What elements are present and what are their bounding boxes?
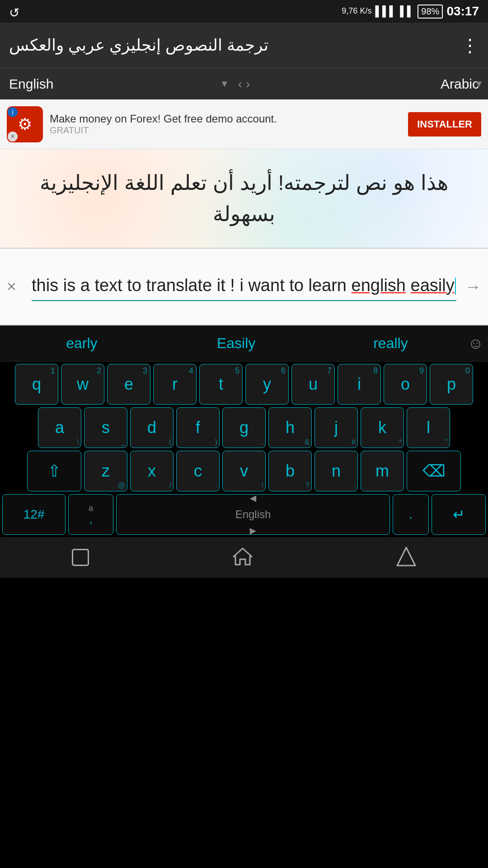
suggestion-easily[interactable]: Easily: [159, 335, 314, 352]
key-row-4: 12# a, ◄ English ► . ↵: [2, 494, 486, 535]
key-p[interactable]: 0p: [430, 364, 473, 405]
key-row-1: 1q 2w 3e 4r 5t 6y 7u 8i 9o 0p: [2, 364, 486, 405]
target-lang-arrow: ▼: [474, 79, 483, 89]
ad-close-icon[interactable]: ×: [8, 132, 18, 142]
space-lang-right-arrow: ►: [248, 524, 258, 537]
comma-key[interactable]: a,: [68, 494, 113, 535]
key-row-3: ⇧ @z /x -c !v ?b ;n m ⌫: [2, 451, 486, 491]
key-w[interactable]: 2w: [61, 364, 104, 405]
input-underline: [32, 300, 456, 301]
key-s[interactable]: _s: [84, 407, 127, 448]
key-k[interactable]: *k: [361, 407, 404, 448]
ad-info-icon[interactable]: i: [8, 107, 18, 117]
home-button[interactable]: [233, 547, 253, 568]
ad-gear-icon: ⚙: [18, 115, 32, 134]
key-m[interactable]: m: [361, 451, 404, 491]
ad-banner: i ⚙ × Make money on Forex! Get free demo…: [0, 99, 488, 149]
ad-icon: i ⚙ ×: [7, 106, 43, 142]
home-icon: [233, 547, 253, 566]
network-speed: 9,76 K/s: [342, 7, 371, 16]
num-button[interactable]: 12#: [2, 494, 66, 535]
key-b[interactable]: ?b: [268, 451, 312, 491]
recent-apps-button[interactable]: [72, 549, 89, 566]
bottom-navigation: [0, 537, 488, 578]
back-button[interactable]: [396, 547, 416, 568]
key-a[interactable]: \a: [38, 407, 81, 448]
ad-sub-text: GRATUIT: [50, 125, 401, 136]
refresh-icon: ↺: [9, 6, 19, 20]
status-bar: ↺ 9,76 K/s ▌▌▌ ▌▌ 98% 03:17: [0, 0, 488, 23]
app-title: ترجمة النصوص إنجليزي عربي والعكس: [9, 36, 268, 55]
back-icon: [396, 547, 416, 566]
misspelled-word-english: english: [352, 276, 406, 295]
key-h[interactable]: &h: [268, 407, 312, 448]
emoji-button[interactable]: ☺: [468, 335, 483, 352]
key-o[interactable]: 9o: [384, 364, 427, 405]
translated-text: هذا هو نص لترجمته! أريد أن تعلم اللغة ال…: [9, 167, 479, 230]
signal-icon: ▌▌▌: [375, 5, 396, 17]
battery-indicator: 98%: [418, 5, 443, 19]
ad-main-text: Make money on Forex! Get free demo accou…: [50, 113, 401, 125]
status-icons: 9,76 K/s ▌▌▌ ▌▌ 98% 03:17: [342, 4, 479, 19]
translation-display: هذا هو نص لترجمته! أريد أن تعلم اللغة ال…: [0, 149, 488, 249]
source-language[interactable]: English ▼: [0, 76, 234, 92]
key-g[interactable]: .g: [222, 407, 266, 448]
svg-marker-0: [234, 548, 252, 565]
key-u[interactable]: 7u: [291, 364, 335, 405]
suggestions-row: early Easily really ☺: [0, 326, 488, 362]
suggestion-early[interactable]: early: [5, 335, 159, 352]
period-key[interactable]: .: [393, 494, 429, 535]
key-d[interactable]: (d: [130, 407, 174, 448]
key-e[interactable]: 3e: [107, 364, 150, 405]
target-language[interactable]: Arabic ▼: [254, 76, 488, 92]
key-y[interactable]: 6y: [245, 364, 289, 405]
input-area[interactable]: × this is a text to translate it ! i wan…: [0, 249, 488, 326]
status-refresh: ↺: [9, 5, 19, 20]
key-v[interactable]: !v: [222, 451, 266, 491]
svg-marker-1: [397, 547, 415, 566]
shift-button[interactable]: ⇧: [27, 451, 81, 491]
target-lang-label: Arabic: [441, 76, 479, 92]
space-lang-label: English: [235, 508, 271, 521]
suggestion-really[interactable]: really: [314, 335, 468, 352]
key-i[interactable]: 8i: [338, 364, 381, 405]
keyboard-keys: 1q 2w 3e 4r 5t 6y 7u 8i 9o 0p \a _s (d )…: [0, 362, 488, 537]
key-t[interactable]: 5t: [199, 364, 243, 405]
key-f[interactable]: )f: [176, 407, 220, 448]
status-time: 03:17: [446, 4, 479, 19]
language-bar: English ▼ ‹ › Arabic ▼: [0, 68, 488, 99]
translate-button[interactable]: →: [465, 277, 481, 296]
key-row-2: \a _s (d )f .g &h #j *k "l: [2, 407, 486, 448]
key-z[interactable]: @z: [84, 451, 127, 491]
key-q[interactable]: 1q: [15, 364, 58, 405]
source-lang-label: English: [9, 76, 53, 92]
key-l[interactable]: "l: [407, 407, 450, 448]
input-text[interactable]: this is a text to translate it ! i want …: [32, 273, 456, 301]
space-key[interactable]: ◄ English ►: [116, 494, 390, 535]
cursor: [455, 278, 456, 295]
ad-text-area: Make money on Forex! Get free demo accou…: [50, 113, 401, 136]
signal-icon2: ▌▌: [400, 5, 414, 17]
ad-install-button[interactable]: INSTALLER: [408, 112, 481, 137]
key-r[interactable]: 4r: [153, 364, 197, 405]
lang-swap-arrows[interactable]: ‹ ›: [234, 77, 254, 91]
menu-button[interactable]: ⋮: [461, 35, 479, 56]
key-n[interactable]: ;n: [314, 451, 358, 491]
backspace-button[interactable]: ⌫: [407, 451, 461, 491]
misspelled-word-easily: easily: [411, 276, 455, 295]
key-x[interactable]: /x: [130, 451, 174, 491]
enter-key[interactable]: ↵: [432, 494, 486, 535]
app-bar: ترجمة النصوص إنجليزي عربي والعكس ⋮: [0, 23, 488, 68]
keyboard: early Easily really ☺ 1q 2w 3e 4r 5t 6y …: [0, 326, 488, 537]
key-j[interactable]: #j: [314, 407, 358, 448]
source-lang-arrow: ▼: [220, 79, 229, 89]
space-lang-left-arrow: ◄: [248, 492, 258, 505]
clear-button[interactable]: ×: [7, 277, 16, 296]
key-c[interactable]: -c: [176, 451, 220, 491]
